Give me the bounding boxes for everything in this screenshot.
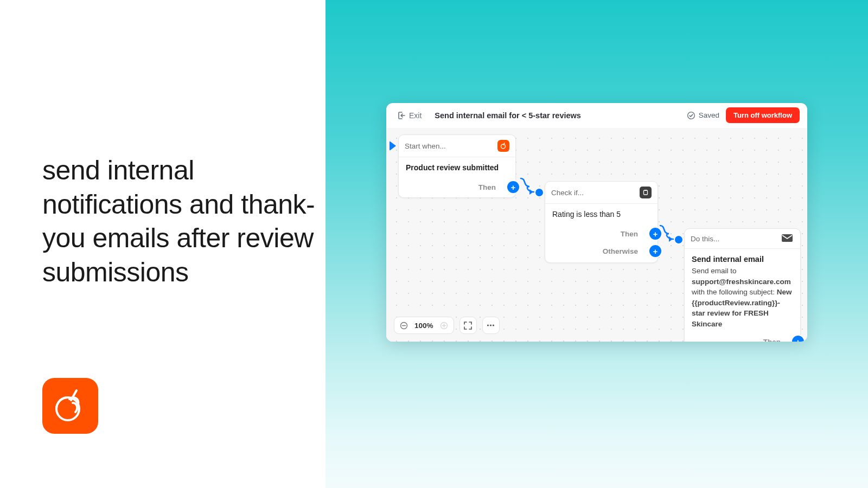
svg-rect-5	[644, 190, 648, 195]
condition-then-label: Then	[621, 230, 638, 238]
exit-label: Exit	[409, 111, 422, 120]
saved-status: Saved	[687, 111, 719, 120]
svg-marker-2	[529, 189, 533, 195]
screenshot-panel: Exit Send internal email for < 5-star re…	[326, 0, 868, 488]
check-circle-icon	[687, 111, 695, 120]
editor-header: Exit Send internal email for < 5-star re…	[386, 103, 807, 128]
add-then-step-button[interactable]: +	[649, 228, 661, 240]
fit-view-button[interactable]	[459, 317, 477, 334]
svg-rect-6	[644, 190, 646, 191]
compress-icon	[464, 322, 472, 330]
unicorn-icon	[52, 387, 90, 425]
svg-marker-3	[669, 236, 673, 242]
condition-label: Check if...	[551, 189, 584, 197]
connector-dot	[675, 236, 682, 243]
add-step-button[interactable]: +	[507, 181, 519, 193]
workflow-title: Send internal email for < 5-star reviews	[435, 111, 581, 120]
exit-icon	[397, 111, 406, 120]
dots-icon	[487, 324, 495, 326]
app-icon	[497, 140, 509, 152]
headline: send internal notifications and thank-yo…	[42, 153, 326, 289]
action-label: Do this...	[691, 235, 719, 243]
saved-label: Saved	[699, 111, 719, 119]
trigger-card[interactable]: Start when... Product review submitted T…	[398, 134, 516, 198]
action-title: Send internal email	[692, 255, 793, 264]
marketing-panel: send internal notifications and thank-yo…	[0, 0, 326, 488]
connector-dot	[535, 189, 543, 196]
trigger-label: Start when...	[405, 142, 446, 150]
action-card[interactable]: Do this... Send internal email Send emai…	[684, 228, 801, 342]
svg-rect-7	[782, 234, 793, 242]
more-button[interactable]	[482, 317, 500, 334]
svg-point-15	[493, 324, 494, 326]
clipboard-icon	[640, 187, 652, 198]
action-description: Send email to support@freshskincare.com …	[692, 266, 793, 329]
zoom-control: 100%	[394, 317, 454, 334]
svg-point-14	[490, 324, 492, 326]
zoom-toolbar: 100%	[394, 317, 500, 334]
trigger-play-icon	[390, 141, 396, 151]
condition-body: Rating is less than 5	[545, 203, 658, 224]
workflow-editor-window: Exit Send internal email for < 5-star re…	[386, 103, 807, 342]
add-otherwise-step-button[interactable]: +	[649, 245, 661, 257]
turn-off-workflow-button[interactable]: Turn off workflow	[726, 107, 800, 123]
condition-otherwise-label: Otherwise	[603, 247, 638, 255]
zoom-value: 100%	[414, 322, 433, 330]
mail-icon	[781, 234, 794, 243]
condition-card[interactable]: Check if... Rating is less than 5 Then +	[545, 181, 658, 263]
action-then-label: Then	[763, 338, 781, 342]
brand-logo	[42, 378, 98, 434]
zoom-out-icon[interactable]	[400, 322, 408, 330]
trigger-body: Product review submitted	[399, 157, 515, 178]
svg-point-13	[487, 324, 489, 326]
zoom-in-icon[interactable]	[440, 322, 448, 330]
trigger-then-label: Then	[478, 183, 496, 191]
workflow-canvas[interactable]: Start when... Product review submitted T…	[386, 128, 807, 342]
exit-button[interactable]: Exit	[394, 109, 425, 122]
